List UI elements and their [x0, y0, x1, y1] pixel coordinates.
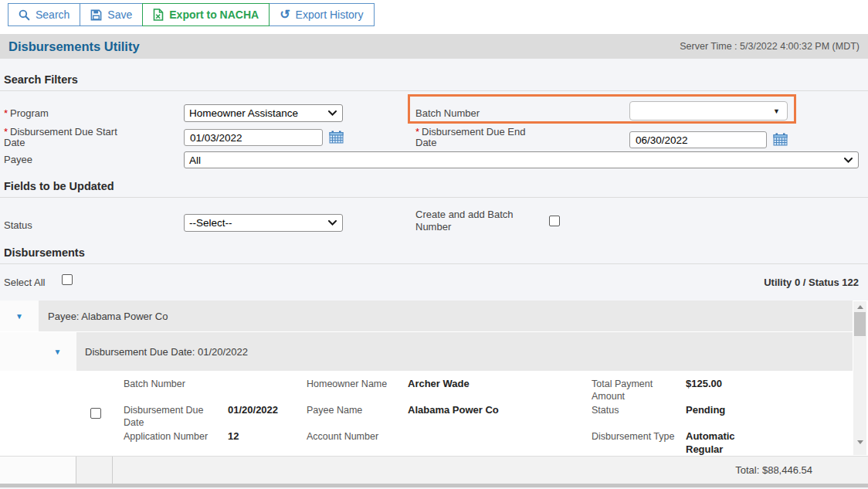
due-end-date-label: *Disbursement Due End Date [415, 127, 547, 149]
field-value: $125.00 [686, 378, 868, 404]
status-select[interactable]: --Select-- [184, 214, 343, 232]
search-filters-heading: Search Filters [0, 59, 868, 91]
export-history-label: Export History [296, 8, 364, 21]
select-all-label: Select All [4, 277, 45, 288]
detail-fields: Batch Number Homeowner Name Archer Wade … [114, 371, 868, 456]
dropdown-arrow-icon: ▼ [773, 107, 780, 115]
status-label: Status [4, 220, 32, 231]
history-icon: ↺ [280, 8, 290, 21]
export-to-nacha-button[interactable]: Export to NACHA [142, 3, 270, 26]
field-value: Alabama Power Co [408, 404, 592, 430]
save-icon [90, 9, 102, 21]
toolbar: Search Save Export to NACHA ↺ Export His… [0, 0, 868, 34]
payee-select[interactable]: All [184, 151, 859, 168]
program-select-value: Homeowner Assistance [189, 107, 298, 119]
required-marker: * [415, 126, 419, 138]
fields-to-update-heading: Fields to be Updated [0, 173, 868, 198]
grid-footer: Total: $88,446.54 [0, 456, 868, 484]
footer-cell [0, 457, 76, 484]
field-label: Disbursement Type [592, 430, 686, 457]
disbursement-detail-row: Batch Number Homeowner Name Archer Wade … [0, 371, 868, 456]
batch-number-combobox[interactable]: ▼ [629, 101, 788, 121]
field-label: Homeowner Name [307, 378, 408, 404]
program-select[interactable]: Homeowner Assistance [184, 104, 343, 122]
create-batch-label: Create and add Batch Number [415, 209, 527, 234]
create-batch-checkbox[interactable] [549, 216, 560, 226]
payee-label: Payee [4, 155, 32, 165]
required-marker: * [4, 107, 8, 119]
payee-group-row: ▼ Payee: Alabama Power Co [0, 301, 853, 331]
select-all-row: Select All Utility 0 / Status 122 [0, 264, 868, 301]
server-time: Server Time : 5/3/2022 4:00:32 PM (MDT) [680, 41, 860, 52]
chevron-down-icon [844, 158, 853, 163]
save-button-label: Save [107, 8, 132, 21]
due-end-date-input[interactable]: 06/30/2022 [629, 131, 767, 148]
triangle-up-icon [857, 305, 863, 309]
scroll-up-button[interactable] [853, 301, 866, 312]
fields-to-update-section: Status --Select-- Create and add Batch N… [0, 198, 868, 244]
payee-select-value: All [189, 155, 201, 166]
field-label: Application Number [124, 430, 228, 457]
field-label: Total Payment Amount [592, 378, 686, 404]
program-label: *Program [4, 108, 49, 119]
due-date-group-row: ▼ Disbursement Due Date: 01/20/2022 [0, 332, 853, 371]
search-icon [19, 9, 30, 21]
payee-group-header[interactable]: Payee: Alabama Power Co [39, 301, 853, 331]
chevron-down-icon [328, 220, 337, 226]
export-file-icon [153, 8, 164, 21]
search-button-label: Search [36, 8, 70, 21]
export-to-nacha-label: Export to NACHA [169, 8, 259, 21]
export-history-button[interactable]: ↺ Export History [269, 3, 374, 26]
field-label: Status [592, 404, 686, 430]
field-value [408, 430, 592, 457]
page-header: Disbursements Utility Server Time : 5/3/… [0, 34, 868, 59]
field-label: Batch Number [124, 378, 228, 404]
field-value: 12 [228, 430, 307, 457]
disbursements-heading: Disbursements [0, 244, 868, 264]
due-start-date-input[interactable]: 01/03/2022 [184, 129, 323, 146]
search-button[interactable]: Search [8, 3, 80, 26]
field-value: Automatic Regular [686, 430, 868, 457]
vertical-scrollbar[interactable] [853, 301, 866, 455]
triangle-down-icon [857, 440, 863, 444]
field-value: 01/20/2022 [228, 404, 307, 430]
expander-spacer [0, 332, 39, 371]
field-value: Archer Wade [408, 378, 592, 404]
search-filters-section: *Program Homeowner Assistance Batch Numb… [0, 91, 868, 173]
chevron-down-icon [328, 110, 337, 116]
collapse-triangle-icon[interactable]: ▼ [15, 312, 23, 321]
row-checkbox[interactable] [90, 408, 101, 419]
main-content: Search Filters *Program Homeowner Assist… [0, 59, 868, 489]
field-label: Payee Name [307, 404, 408, 430]
batch-number-label: Batch Number [415, 108, 480, 119]
due-date-group-header[interactable]: Disbursement Due Date: 01/20/2022 [76, 332, 853, 371]
toolbar-button-group: Search Save Export to NACHA ↺ Export His… [8, 3, 375, 26]
select-all-checkbox[interactable] [62, 274, 73, 285]
page-title: Disbursements Utility [8, 39, 140, 54]
status-summary: Utility 0 / Status 122 [764, 277, 859, 288]
detail-indent [0, 371, 76, 456]
status-select-value: --Select-- [189, 217, 232, 229]
required-marker: * [4, 126, 8, 138]
scroll-down-button[interactable] [853, 436, 866, 447]
expander-cell: ▼ [39, 332, 76, 371]
due-start-date-label: *Disbursement Due Start Date [4, 127, 127, 149]
calendar-icon[interactable] [329, 131, 344, 144]
save-button[interactable]: Save [80, 3, 143, 26]
field-value: Pending [686, 404, 868, 430]
horizontal-scrollbar[interactable] [0, 484, 868, 487]
row-checkbox-cell [76, 371, 114, 456]
grand-total: Total: $88,446.54 [113, 457, 868, 484]
calendar-icon[interactable] [773, 133, 788, 146]
collapse-triangle-icon[interactable]: ▼ [54, 348, 62, 356]
expander-cell: ▼ [0, 301, 39, 331]
disbursements-grid: ▼ Payee: Alabama Power Co ▼ Disbursement… [0, 301, 868, 456]
field-label: Disbursement Due Date [124, 404, 228, 430]
field-value [228, 378, 307, 404]
scrollbar-thumb[interactable] [854, 312, 866, 336]
footer-cell [76, 457, 113, 484]
field-label: Account Number [307, 430, 408, 457]
